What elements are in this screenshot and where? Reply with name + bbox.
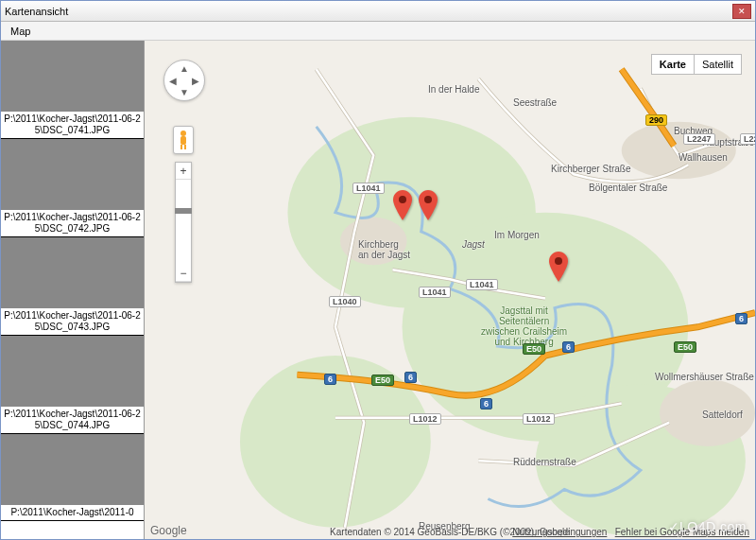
- road-shield: E50: [371, 375, 394, 386]
- thumbnail-image[interactable]: [1, 41, 144, 112]
- maptype-map-button[interactable]: Karte: [651, 54, 694, 75]
- thumbnail-image[interactable]: [1, 434, 144, 505]
- thumbnail[interactable]: P:\2011\Kocher-Jagst\2011-06-25\DSC_0741…: [1, 41, 144, 139]
- thumbnail[interactable]: P:\2011\Kocher-Jagst\2011-06-25\DSC_0743…: [1, 237, 144, 336]
- map-pin[interactable]: [549, 252, 568, 282]
- window: Kartenansicht ✕ Map P:\2011\Kocher-Jagst…: [0, 0, 756, 540]
- road-shield: L1012: [409, 413, 441, 425]
- pan-left-icon[interactable]: ◀: [169, 76, 177, 86]
- road-shield: 6: [480, 398, 492, 409]
- map-type-switch: Karte Satellit: [651, 54, 742, 75]
- map-label: Wallhausen: [679, 152, 728, 163]
- pegman[interactable]: [173, 126, 194, 154]
- map-pin[interactable]: [393, 190, 412, 220]
- titlebar[interactable]: Kartenansicht ✕: [1, 1, 755, 22]
- road-shield: 6: [562, 341, 575, 353]
- road-shield: E50: [674, 341, 696, 353]
- pan-down-icon[interactable]: ▼: [180, 87, 189, 97]
- pan-up-icon[interactable]: ▲: [180, 63, 189, 74]
- zoom-slider[interactable]: [176, 180, 191, 265]
- road-shield: 6: [324, 374, 336, 385]
- content: P:\2011\Kocher-Jagst\2011-06-25\DSC_0741…: [1, 41, 755, 539]
- svg-rect-9: [180, 136, 186, 145]
- pan-right-icon[interactable]: ▶: [192, 76, 199, 86]
- road-shield: L1041: [419, 287, 451, 298]
- svg-point-14: [555, 257, 562, 265]
- thumbnail-image[interactable]: [1, 139, 144, 210]
- thumbnail-caption: P:\2011\Kocher-Jagst\2011-06-25\DSC_0742…: [1, 210, 144, 236]
- road-shield: 6: [404, 372, 417, 383]
- svg-point-8: [180, 131, 186, 136]
- sidebar[interactable]: P:\2011\Kocher-Jagst\2011-06-25\DSC_0741…: [1, 41, 145, 539]
- zoom-control[interactable]: + −: [175, 162, 192, 283]
- maptype-satellite-button[interactable]: Satellit: [694, 54, 742, 75]
- road-shield: L2247: [683, 133, 715, 145]
- thumbnail-caption: P:\2011\Kocher-Jagst\2011-06-25\DSC_0743…: [1, 308, 144, 335]
- svg-rect-11: [184, 145, 186, 149]
- thumbnail-caption: P:\2011\Kocher-Jagst\2011-06-25\DSC_0741…: [1, 112, 144, 138]
- map-label: In der Halde: [428, 84, 479, 95]
- report-link[interactable]: Fehler bei Google Maps melden: [615, 527, 749, 537]
- thumbnail-image[interactable]: [1, 336, 144, 407]
- road-shield: L1012: [523, 413, 555, 425]
- map-label: Bölgentaler Straße: [589, 183, 667, 193]
- thumbnail-caption: P:\2011\Kocher-Jagst\2011-06-25\DSC_0744…: [1, 407, 144, 433]
- thumbnail-image[interactable]: [1, 237, 144, 308]
- menubar: Map: [1, 22, 755, 41]
- map-label: Kirchbergan der Jagst: [358, 239, 410, 260]
- map-label: Im Morgen: [494, 230, 540, 240]
- map-label: Wollmershäuser Straße: [655, 372, 754, 382]
- thumbnail-caption: P:\2011\Kocher-Jagst\2011-0: [1, 505, 144, 520]
- terms-link[interactable]: Nutzungsbedingungen: [512, 527, 607, 537]
- thumbnail[interactable]: P:\2011\Kocher-Jagst\2011-06-25\DSC_0744…: [1, 336, 144, 434]
- svg-point-13: [424, 196, 432, 203]
- map-label: Kirchberger Straße: [551, 164, 630, 174]
- pan-control[interactable]: ▲ ▼ ◀ ▶: [163, 60, 205, 101]
- road-shield: 6: [735, 313, 747, 324]
- map-links: Nutzungsbedingungen Fehler bei Google Ma…: [512, 527, 749, 537]
- zoom-in-button[interactable]: +: [176, 163, 191, 180]
- map-view[interactable]: ▲ ▼ ◀ ▶ + − Karte Satellit In der HaldeS…: [145, 41, 755, 539]
- map-label: Jagst: [462, 239, 485, 250]
- svg-point-12: [399, 196, 406, 203]
- map-logo: Google: [150, 524, 187, 537]
- window-title: Kartenansicht: [5, 6, 732, 17]
- map-label: Satteldorf: [702, 409, 743, 420]
- svg-rect-10: [180, 145, 182, 149]
- zoom-out-button[interactable]: −: [176, 265, 191, 282]
- thumbnail[interactable]: P:\2011\Kocher-Jagst\2011-06-25\DSC_0742…: [1, 139, 144, 237]
- road-shield: L2247: [740, 133, 755, 145]
- road-shield: E50: [523, 343, 545, 355]
- close-button[interactable]: ✕: [732, 4, 751, 19]
- road-shield: L1041: [352, 183, 385, 194]
- map-pin[interactable]: [419, 190, 438, 220]
- thumbnail[interactable]: P:\2011\Kocher-Jagst\2011-0: [1, 434, 144, 521]
- zoom-thumb[interactable]: [175, 208, 192, 214]
- road-shield: L1040: [329, 296, 361, 307]
- map-label: Jagsttal mitSeitentälernzwischen Crailsh…: [481, 305, 567, 347]
- map-label: Rüddernstraße: [513, 457, 576, 467]
- map-label: Seestraße: [513, 97, 557, 108]
- road-shield: L1041: [466, 279, 498, 290]
- menu-map[interactable]: Map: [5, 24, 36, 39]
- road-shield: 290: [645, 114, 667, 126]
